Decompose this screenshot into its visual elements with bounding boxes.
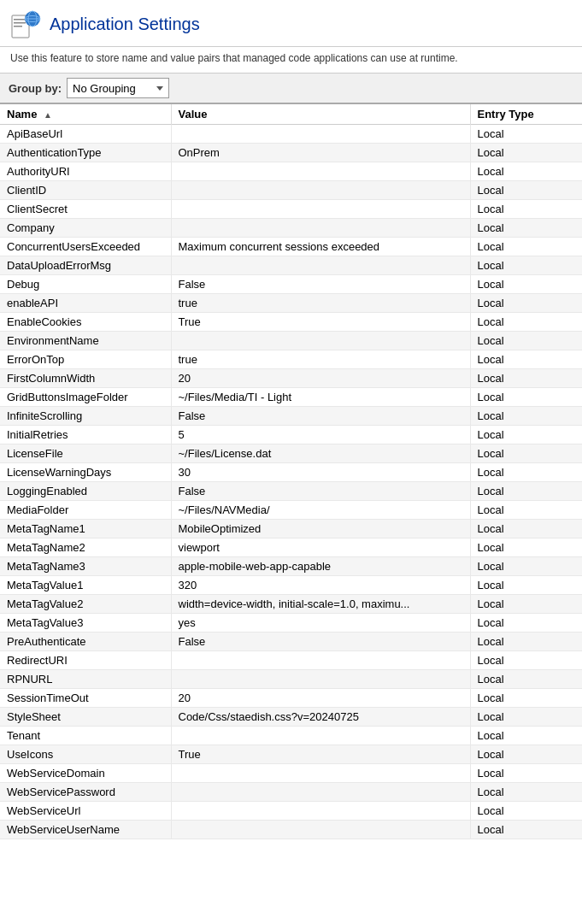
- table-row[interactable]: InitialRetries5Local: [0, 426, 582, 444]
- cell-value: [171, 802, 470, 821]
- column-header-value[interactable]: Value: [171, 104, 470, 125]
- table-row[interactable]: FirstColumnWidth20Local: [0, 369, 582, 388]
- cell-value: [171, 821, 470, 839]
- table-row[interactable]: MetaTagName2viewportLocal: [0, 539, 582, 557]
- cell-name: ClientSecret: [0, 200, 171, 219]
- table-row[interactable]: TenantLocal: [0, 727, 582, 745]
- table-row[interactable]: ApiBaseUrlLocal: [0, 125, 582, 144]
- cell-type: Local: [470, 162, 582, 181]
- cell-value: [171, 181, 470, 200]
- cell-type: Local: [470, 181, 582, 200]
- table-row[interactable]: AuthorityURILocal: [0, 162, 582, 181]
- cell-name: MetaTagValue3: [0, 614, 171, 633]
- cell-value: [171, 727, 470, 745]
- table-row[interactable]: MetaTagValue1320Local: [0, 576, 582, 595]
- table-row[interactable]: LicenseFile~/Files/License.datLocal: [0, 444, 582, 463]
- sort-arrow-name: ▲: [44, 110, 52, 120]
- cell-type: Local: [470, 651, 582, 670]
- table-row[interactable]: ClientIDLocal: [0, 181, 582, 200]
- cell-value: Maximum concurrent sessions exceeded: [171, 238, 470, 256]
- table-row[interactable]: LoggingEnabledFalseLocal: [0, 482, 582, 501]
- cell-value: [171, 200, 470, 219]
- cell-name: EnvironmentName: [0, 332, 171, 350]
- cell-value: ~/Files/NAVMedia/: [171, 501, 470, 520]
- cell-type: Local: [470, 764, 582, 783]
- cell-name: WebServiceDomain: [0, 764, 171, 783]
- cell-name: DataUploadErrorMsg: [0, 256, 171, 275]
- cell-name: EnableCookies: [0, 313, 171, 332]
- table-row[interactable]: MetaTagName3apple-mobile-web-app-capable…: [0, 557, 582, 576]
- table-row[interactable]: MetaTagValue2width=device-width, initial…: [0, 595, 582, 614]
- table-row[interactable]: WebServicePasswordLocal: [0, 783, 582, 802]
- table-row[interactable]: EnvironmentNameLocal: [0, 332, 582, 350]
- group-by-dropdown[interactable]: No Grouping: [67, 78, 169, 98]
- cell-value: ~/Files/Media/TI - Light: [171, 388, 470, 407]
- cell-type: Local: [470, 802, 582, 821]
- page-title: Application Settings: [50, 15, 200, 34]
- cell-name: RedirectURI: [0, 651, 171, 670]
- table-row[interactable]: PreAuthenticateFalseLocal: [0, 633, 582, 651]
- table-row[interactable]: DataUploadErrorMsgLocal: [0, 256, 582, 275]
- table-row[interactable]: LicenseWarningDays30Local: [0, 463, 582, 482]
- cell-type: Local: [470, 463, 582, 482]
- cell-type: Local: [470, 275, 582, 294]
- table-row[interactable]: StyleSheetCode/Css/staedish.css?v=202407…: [0, 708, 582, 727]
- cell-name: LicenseFile: [0, 444, 171, 463]
- table-row[interactable]: RedirectURILocal: [0, 651, 582, 670]
- table-row[interactable]: GridButtonsImageFolder~/Files/Media/TI -…: [0, 388, 582, 407]
- cell-name: ClientID: [0, 181, 171, 200]
- cell-value: [171, 125, 470, 144]
- table-row[interactable]: ClientSecretLocal: [0, 200, 582, 219]
- table-row[interactable]: InfiniteScrollingFalseLocal: [0, 407, 582, 426]
- cell-value: yes: [171, 614, 470, 633]
- cell-type: Local: [470, 689, 582, 708]
- cell-type: Local: [470, 238, 582, 256]
- table-row[interactable]: EnableCookiesTrueLocal: [0, 313, 582, 332]
- table-row[interactable]: WebServiceUrlLocal: [0, 802, 582, 821]
- cell-name: ErrorOnTop: [0, 350, 171, 369]
- column-header-type[interactable]: Entry Type: [470, 104, 582, 125]
- table-row[interactable]: enableAPItrueLocal: [0, 294, 582, 313]
- cell-type: Local: [470, 294, 582, 313]
- cell-value: ~/Files/License.dat: [171, 444, 470, 463]
- cell-type: Local: [470, 200, 582, 219]
- table-body: ApiBaseUrlLocalAuthenticationTypeOnPremL…: [0, 125, 582, 839]
- table-row[interactable]: ConcurrentUsersExceededMaximum concurren…: [0, 238, 582, 256]
- cell-value: width=device-width, initial-scale=1.0, m…: [171, 595, 470, 614]
- cell-name: Company: [0, 219, 171, 238]
- cell-type: Local: [470, 350, 582, 369]
- cell-type: Local: [470, 407, 582, 426]
- table-row[interactable]: CompanyLocal: [0, 219, 582, 238]
- table-row[interactable]: SessionTimeOut20Local: [0, 689, 582, 708]
- table-row[interactable]: UseIconsTrueLocal: [0, 745, 582, 764]
- cell-type: Local: [470, 595, 582, 614]
- cell-type: Local: [470, 708, 582, 727]
- cell-type: Local: [470, 727, 582, 745]
- page-header: Application Settings: [0, 0, 582, 47]
- table-row[interactable]: DebugFalseLocal: [0, 275, 582, 294]
- column-header-name[interactable]: Name ▲: [0, 104, 171, 125]
- table-row[interactable]: WebServiceDomainLocal: [0, 764, 582, 783]
- svg-rect-1: [14, 19, 26, 21]
- cell-name: LicenseWarningDays: [0, 463, 171, 482]
- table-row[interactable]: WebServiceUserNameLocal: [0, 821, 582, 839]
- cell-name: Tenant: [0, 727, 171, 745]
- table-row[interactable]: MetaTagName1MobileOptimizedLocal: [0, 520, 582, 539]
- cell-type: Local: [470, 633, 582, 651]
- table-row[interactable]: AuthenticationTypeOnPremLocal: [0, 144, 582, 162]
- cell-value: [171, 256, 470, 275]
- group-by-value: No Grouping: [73, 82, 153, 95]
- cell-name: WebServicePassword: [0, 783, 171, 802]
- cell-type: Local: [470, 125, 582, 144]
- cell-value: apple-mobile-web-app-capable: [171, 557, 470, 576]
- table-row[interactable]: RPNURLLocal: [0, 670, 582, 689]
- cell-value: [171, 783, 470, 802]
- cell-value: 20: [171, 689, 470, 708]
- cell-name: AuthenticationType: [0, 144, 171, 162]
- table-row[interactable]: MetaTagValue3yesLocal: [0, 614, 582, 633]
- cell-value: true: [171, 294, 470, 313]
- table-row[interactable]: ErrorOnToptrueLocal: [0, 350, 582, 369]
- table-row[interactable]: MediaFolder~/Files/NAVMedia/Local: [0, 501, 582, 520]
- cell-value: true: [171, 350, 470, 369]
- cell-name: MediaFolder: [0, 501, 171, 520]
